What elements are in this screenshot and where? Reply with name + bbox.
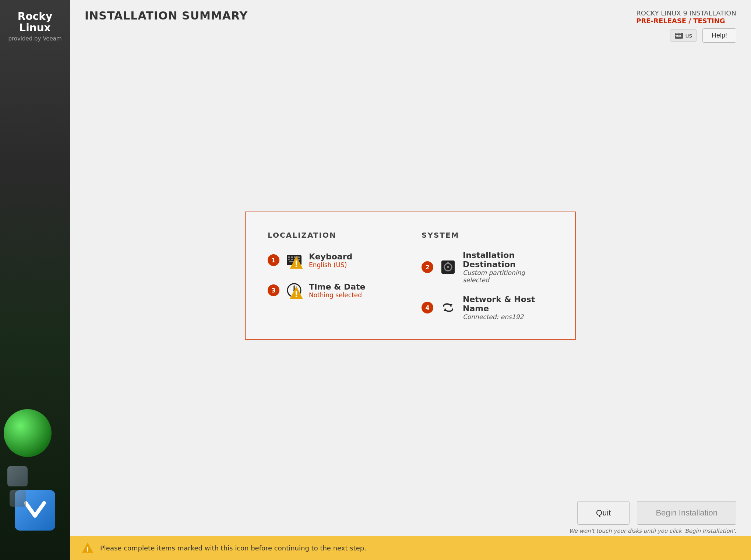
system-title: SYSTEM: [422, 231, 553, 240]
keyboard-item-name: Keyboard: [309, 252, 352, 261]
disk-icon: [440, 259, 456, 275]
item-number-3: 3: [268, 284, 279, 296]
header: INSTALLATION SUMMARY ROCKY LINUX 9 INSTA…: [70, 0, 751, 50]
svg-point-31: [447, 262, 449, 263]
svg-rect-5: [676, 35, 677, 36]
logo-title: Rocky Linux: [6, 11, 64, 34]
item-number-4: 4: [422, 302, 433, 313]
green-sphere: [4, 409, 52, 457]
system-section: SYSTEM 2: [422, 231, 553, 320]
network-item-name: Network & Host Name: [463, 295, 553, 313]
localization-title: LOCALIZATION: [268, 231, 399, 240]
network-item-text: Network & Host Name Connected: ens192: [463, 295, 553, 320]
network-item[interactable]: 4 Network: [422, 295, 553, 320]
content-area: LOCALIZATION 1: [70, 50, 751, 560]
svg-rect-3: [678, 33, 680, 34]
item-number-2: 2: [422, 261, 433, 273]
logo-subtitle: provided by Veeam: [8, 35, 61, 42]
bottom-note: We won't touch your disks until you clic…: [569, 528, 736, 534]
install-dest-icon: [438, 258, 458, 277]
warning-bar-icon: !: [81, 542, 94, 555]
quit-button[interactable]: Quit: [577, 501, 630, 525]
sidebar: Rocky Linux provided by Veeam: [0, 0, 70, 560]
svg-text:!: !: [294, 259, 298, 269]
summary-panel: LOCALIZATION 1: [245, 212, 576, 340]
system-items: 2 Installation Destination: [422, 251, 553, 320]
install-dest-name: Installation Destination: [463, 251, 553, 269]
keyboard-lang-label: us: [685, 32, 692, 39]
warning-triangle-icon-2: !: [288, 284, 304, 301]
version-label: ROCKY LINUX 9 INSTALLATION: [636, 9, 736, 17]
item-number-1: 1: [268, 254, 279, 266]
svg-text:!: !: [294, 289, 298, 300]
svg-text:!: !: [86, 545, 89, 553]
network-item-desc: Connected: ens192: [463, 313, 553, 320]
installation-dest-item[interactable]: 2 Installation Destination: [422, 251, 553, 284]
small-square-2: [10, 490, 26, 507]
bottom-bar: Quit Begin Installation We won't touch y…: [569, 501, 736, 534]
header-controls: us Help!: [670, 28, 736, 43]
network-arrows-icon: [440, 300, 456, 316]
sidebar-artwork: [0, 431, 70, 560]
header-right: ROCKY LINUX 9 INSTALLATION PRE-RELEASE /…: [636, 9, 736, 43]
keyboard-item-desc: English (US): [309, 261, 352, 269]
svg-rect-4: [680, 33, 681, 34]
keyboard-item-text: Keyboard English (US): [309, 252, 352, 269]
keyboard-icon: [675, 33, 683, 39]
time-date-item-desc: Nothing selected: [309, 291, 365, 299]
install-dest-desc: Custom partitioning selected: [463, 269, 553, 284]
svg-rect-6: [677, 35, 678, 36]
keyboard-item-icon: !: [285, 251, 304, 270]
begin-installation-button[interactable]: Begin Installation: [637, 501, 736, 525]
warning-bar: ! Please complete items marked with this…: [70, 536, 751, 560]
help-button[interactable]: Help!: [702, 28, 736, 43]
svg-rect-9: [676, 36, 681, 37]
svg-point-30: [447, 266, 449, 268]
svg-rect-8: [680, 35, 681, 36]
network-icon: [438, 298, 458, 317]
panel-sections: LOCALIZATION 1: [268, 231, 553, 320]
main-content: INSTALLATION SUMMARY ROCKY LINUX 9 INSTA…: [70, 0, 751, 560]
localization-section: LOCALIZATION 1: [268, 231, 399, 320]
time-date-item[interactable]: 3 !: [268, 281, 399, 300]
install-dest-text: Installation Destination Custom partitio…: [463, 251, 553, 284]
time-date-item-icon: !: [285, 281, 304, 300]
svg-rect-2: [677, 33, 678, 34]
svg-rect-1: [676, 33, 677, 34]
keyboard-indicator[interactable]: us: [670, 29, 697, 42]
version-info: ROCKY LINUX 9 INSTALLATION PRE-RELEASE /…: [636, 9, 736, 25]
localization-items: 1: [268, 251, 399, 300]
bottom-buttons: Quit Begin Installation: [577, 501, 736, 525]
keyboard-item[interactable]: 1: [268, 251, 399, 270]
svg-rect-7: [678, 35, 680, 36]
small-square-1: [7, 466, 28, 486]
veeam-chevron-icon: [24, 501, 46, 520]
warning-bar-text: Please complete items marked with this i…: [100, 544, 366, 552]
prerelease-label: PRE-RELEASE / TESTING: [636, 17, 736, 25]
time-date-item-text: Time & Date Nothing selected: [309, 282, 365, 299]
time-date-item-name: Time & Date: [309, 282, 365, 291]
page-title: INSTALLATION SUMMARY: [85, 9, 248, 22]
warning-triangle-icon: !: [288, 254, 304, 270]
